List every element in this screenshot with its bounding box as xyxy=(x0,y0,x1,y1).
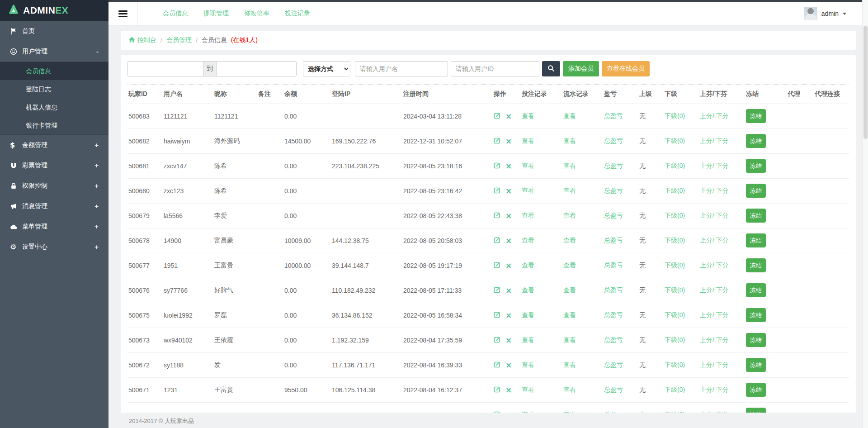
range-start-input[interactable] xyxy=(127,61,203,76)
view-flow-link[interactable]: 查看 xyxy=(563,361,576,368)
score-down-link[interactable]: 下分 xyxy=(716,311,729,319)
freeze-button[interactable]: 冻结 xyxy=(746,184,766,198)
total-profit-link[interactable]: 总盈亏 xyxy=(604,262,623,269)
subordinate-link[interactable]: 下级(0) xyxy=(665,286,685,294)
score-down-link[interactable]: 下分 xyxy=(716,137,729,144)
search-button[interactable] xyxy=(542,61,560,76)
total-profit-link[interactable]: 总盈亏 xyxy=(604,162,623,169)
total-profit-link[interactable]: 总盈亏 xyxy=(604,311,623,319)
edit-icon[interactable] xyxy=(494,188,502,195)
edit-icon[interactable] xyxy=(494,362,502,369)
nav-link-member-info[interactable]: 会员信息 xyxy=(163,10,188,18)
score-up-link[interactable]: 上分 xyxy=(700,112,712,119)
score-up-link[interactable]: 上分 xyxy=(700,212,712,219)
scrollbar[interactable] xyxy=(862,0,868,428)
score-up-link[interactable]: 上分 xyxy=(700,137,712,144)
view-bets-link[interactable]: 查看 xyxy=(522,112,534,119)
freeze-button[interactable]: 冻结 xyxy=(746,333,766,347)
nav-link-bet-records[interactable]: 投注记录 xyxy=(285,10,310,18)
view-bets-link[interactable]: 查看 xyxy=(522,311,534,319)
edit-icon[interactable] xyxy=(494,337,502,344)
subordinate-link[interactable]: 下级(0) xyxy=(665,262,685,269)
subordinate-link[interactable]: 下级(0) xyxy=(665,137,685,144)
delete-icon[interactable]: × xyxy=(505,311,512,320)
score-up-link[interactable]: 上分 xyxy=(700,262,712,269)
sidebar-item-home[interactable]: 首页 xyxy=(0,21,108,41)
scrollbar-thumb[interactable] xyxy=(863,26,868,139)
score-down-link[interactable]: 下分 xyxy=(716,386,729,393)
subordinate-link[interactable]: 下级(0) xyxy=(665,162,685,169)
edit-icon[interactable] xyxy=(494,213,502,220)
score-up-link[interactable]: 上分 xyxy=(700,361,712,368)
delete-icon[interactable]: × xyxy=(505,236,512,245)
subordinate-link[interactable]: 下级(0) xyxy=(665,336,685,343)
view-online-members-button[interactable]: 查看在线会员 xyxy=(602,61,650,76)
score-down-link[interactable]: 下分 xyxy=(716,237,729,244)
sidebar-item-message-mgmt[interactable]: 消息管理 + xyxy=(0,196,108,216)
user-menu[interactable]: admin xyxy=(804,7,846,20)
view-flow-link[interactable]: 查看 xyxy=(563,137,576,144)
score-up-link[interactable]: 上分 xyxy=(700,286,712,294)
nav-link-withdraw-mgmt[interactable]: 提现管理 xyxy=(203,10,229,18)
delete-icon[interactable]: × xyxy=(505,336,512,345)
view-flow-link[interactable]: 查看 xyxy=(563,187,576,194)
score-down-link[interactable]: 下分 xyxy=(716,112,729,119)
view-flow-link[interactable]: 查看 xyxy=(563,386,576,393)
view-flow-link[interactable]: 查看 xyxy=(563,286,576,294)
search-method-select[interactable]: 选择方式 xyxy=(303,61,350,76)
score-down-link[interactable]: 下分 xyxy=(716,336,729,343)
total-profit-link[interactable]: 总盈亏 xyxy=(604,137,623,144)
score-down-link[interactable]: 下分 xyxy=(716,262,729,269)
freeze-button[interactable]: 冻结 xyxy=(746,258,766,272)
view-bets-link[interactable]: 查看 xyxy=(522,212,534,219)
subordinate-link[interactable]: 下级(0) xyxy=(665,187,685,194)
score-up-link[interactable]: 上分 xyxy=(700,311,712,319)
score-down-link[interactable]: 下分 xyxy=(716,286,729,294)
logo[interactable]: ADMINEX xyxy=(0,0,108,21)
subordinate-link[interactable]: 下级(0) xyxy=(665,237,685,244)
freeze-button[interactable]: 冻结 xyxy=(746,383,766,397)
delete-icon[interactable]: × xyxy=(505,286,512,295)
view-flow-link[interactable]: 查看 xyxy=(563,262,576,269)
sidebar-item-user-mgmt[interactable]: 用户管理 - xyxy=(0,41,108,62)
view-bets-link[interactable]: 查看 xyxy=(522,137,534,144)
delete-icon[interactable]: × xyxy=(505,137,512,146)
view-bets-link[interactable]: 查看 xyxy=(522,237,534,244)
subordinate-link[interactable]: 下级(0) xyxy=(665,386,685,393)
view-bets-link[interactable]: 查看 xyxy=(522,386,534,393)
edit-icon[interactable] xyxy=(494,238,502,245)
sidebar-item-menu-mgmt[interactable]: 菜单管理 + xyxy=(0,216,108,237)
breadcrumb-home-link[interactable]: 控制台 xyxy=(128,36,156,44)
view-bets-link[interactable]: 查看 xyxy=(522,262,534,269)
total-profit-link[interactable]: 总盈亏 xyxy=(604,112,623,119)
total-profit-link[interactable]: 总盈亏 xyxy=(604,336,623,343)
username-search-input[interactable] xyxy=(355,61,448,76)
freeze-button[interactable]: 冻结 xyxy=(746,283,766,297)
score-up-link[interactable]: 上分 xyxy=(700,237,712,244)
sidebar-item-permission[interactable]: 权限控制 + xyxy=(0,176,108,196)
sidebar-item-bank-card[interactable]: 银行卡管理 xyxy=(0,116,108,134)
view-bets-link[interactable]: 查看 xyxy=(522,286,534,294)
sidebar-item-settings[interactable]: ⚙ 设置中心 + xyxy=(0,237,108,257)
hamburger-menu-icon[interactable] xyxy=(118,9,127,19)
delete-icon[interactable]: × xyxy=(505,211,512,220)
subordinate-link[interactable]: 下级(0) xyxy=(665,112,685,119)
score-up-link[interactable]: 上分 xyxy=(700,162,712,169)
sidebar-item-money-mgmt[interactable]: $ 金额管理 + xyxy=(0,135,108,155)
view-bets-link[interactable]: 查看 xyxy=(522,361,534,368)
freeze-button[interactable]: 冻结 xyxy=(746,159,766,173)
subordinate-link[interactable]: 下级(0) xyxy=(665,311,685,319)
total-profit-link[interactable]: 总盈亏 xyxy=(604,237,623,244)
view-bets-link[interactable]: 查看 xyxy=(522,187,534,194)
add-member-button[interactable]: 添加会员 xyxy=(563,61,599,76)
nav-link-modify-rate[interactable]: 修改倍率 xyxy=(244,10,269,18)
freeze-button[interactable]: 冻结 xyxy=(746,358,766,372)
userid-search-input[interactable] xyxy=(451,61,539,76)
freeze-button[interactable]: 冻结 xyxy=(746,209,766,223)
sidebar-item-member-info[interactable]: 会员信息 xyxy=(0,62,108,80)
delete-icon[interactable]: × xyxy=(505,385,512,395)
view-flow-link[interactable]: 查看 xyxy=(563,336,576,343)
breadcrumb-section-link[interactable]: 会员管理 xyxy=(166,36,192,44)
score-up-link[interactable]: 上分 xyxy=(700,336,712,343)
score-up-link[interactable]: 上分 xyxy=(700,187,712,194)
